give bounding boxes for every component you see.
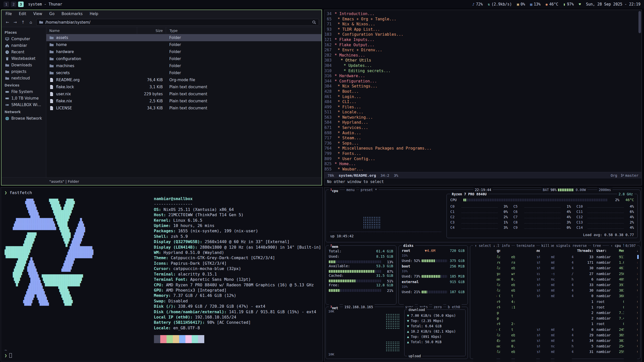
workspace-2[interactable]: 2 [11,2,16,7]
file-row[interactable]: flake.nix2,5 KiBPlain text document [46,98,321,105]
cpu-button-menu[interactable]: menu [345,187,356,192]
line-number: 310 [325,68,335,74]
proc-key-kill[interactable]: kill [540,243,551,361]
fastfetch-info-line: Terminal Font: Aporetic Sans Mono (12pt) [154,277,321,282]
fastfetch-info-line: CPU: AMD Ryzen 7 PRO 8840U w/ Radeon 780… [154,282,321,288]
proc-key-info[interactable]: info [500,243,511,361]
file-row[interactable]: flake.lock3,1 KiBPlain text document [46,83,321,90]
info-value: NixOS 25.11 (Xantusia) x86_64 [161,207,234,212]
file-row[interactable]: homeFolder [46,41,321,48]
org-heading-line: 717* Steam... [325,135,641,141]
sidebar-item-downloads[interactable]: Downloads [2,62,46,68]
home-button[interactable]: ⌂ [27,19,34,26]
column-header-size[interactable]: Size [137,27,166,34]
thunar-toolbar: ←→↑⌂ /home/nambiar/system/ [2,18,321,27]
proc-option-tree[interactable]: tree [591,243,602,248]
disk-name: boot [402,264,410,269]
status-network: ⇅(2.9kb/s) [488,2,512,7]
org-heading: * Fonts... [335,151,361,156]
file-row[interactable]: hardwareFolder [46,48,321,55]
info-value: Papirus-Dark [GTK2/3/4] [168,261,226,266]
net-button-b[interactable]: b eth0 [446,304,462,309]
org-heading-line: 282* Machines... [325,53,641,58]
folder-icon [49,71,54,75]
sidebar-item-file-system[interactable]: File System [2,88,46,95]
line-number: 671 [325,125,335,130]
cpu-frequency: 2.8 GHz [617,192,634,197]
core-row: C116% [576,209,634,214]
column-header-type[interactable]: Type [166,27,321,34]
mem-box-title[interactable]: 2mem [329,243,340,249]
logo-segment: ▜██████████████████▛ [42,275,83,281]
menu-file[interactable]: File [6,12,12,16]
sidebar-item-nextcloud[interactable]: nextcloud [2,75,46,81]
sidebar-item-browse-network[interactable]: Browse Network [2,115,46,122]
path-bar[interactable]: /home/nambiar/system/ [36,19,319,26]
update-interval[interactable]: 2000ms [597,187,613,192]
core-percent: 4% [562,215,571,219]
proc-header-user[interactable]: User: [596,249,615,254]
search-icon[interactable] [312,20,316,24]
menu-go[interactable]: Go [49,12,55,16]
file-row[interactable]: machinesFolder [46,62,321,69]
net-button-zero[interactable]: zero [432,304,444,309]
emacs-scrollbar[interactable] [638,11,641,171]
mem-meter [329,289,382,292]
file-row[interactable]: configurationFolder [46,55,321,62]
org-heading: * Home... [335,161,356,167]
sidebar-item-label: File System [11,89,33,94]
org-heading: * User Config... [335,156,375,162]
terminal-prompt-area[interactable]: ~ ❯ [5,347,12,358]
net-stat-row: ▼Total: 6.64 GiB [407,323,463,329]
up-button[interactable]: ↑ [20,19,26,26]
back-button[interactable]: ← [4,19,11,26]
process-user: nambiar [596,272,615,276]
org-heading: * Other Utils [335,58,371,63]
cpu-button-preset[interactable]: preset * [359,187,379,192]
workspace-1[interactable]: 1 [4,2,9,7]
column-header-name[interactable]: Name [46,29,137,33]
scrollbar-thumb[interactable] [638,11,641,33]
info-value: 644x362 @ 60 Hz in 33" [External] [202,239,290,244]
sidebar-item-1-0-tb-volume[interactable]: 1,0 TB Volume [2,95,46,102]
net-stat-row: ▲10.2 KiB/s (82.1 Kbps) [407,329,463,334]
mem-stat: Cached:31.5 GiB [329,274,393,279]
proc-key-signals[interactable]: signals [554,243,572,361]
download-arrow-icon: ▼ [407,319,409,323]
file-row[interactable]: secretsFolder [46,69,321,76]
menu-view[interactable]: View [33,12,42,16]
file-name: flake.lock [56,85,137,89]
org-heading-line: 484* CLI... [325,99,641,105]
sidebar-item-nambiar[interactable]: nambiar [2,42,46,49]
sidebar-item-smallbox-wi-[interactable]: SMALLBOX Wi... [2,102,46,108]
sidebar-item-projects[interactable]: projects [2,68,46,75]
file-row[interactable]: assetsFolder [46,34,321,41]
info-value: AMD Ryzen 7 PRO 8840U w/ Radeon 780M Gra… [164,283,314,287]
sidebar-item-wastebasket[interactable]: Wastebasket [2,55,46,62]
disks-box-title[interactable]: disks [402,243,415,248]
proc-key-select[interactable]: ↑ select ↓ [473,243,497,361]
sidebar-item-recent[interactable]: Recent [2,49,46,55]
download-title: download [407,307,426,312]
folder-icon [49,57,54,61]
menu-bookmarks[interactable]: Bookmarks [62,12,83,16]
sidebar-item-computer[interactable]: Computer [2,36,46,42]
org-heading-line: 461* Login... [325,94,641,100]
file-type: Plain text document [166,99,321,103]
download-activity [386,313,400,329]
forward-button[interactable]: → [12,19,19,26]
workspace-3[interactable]: 3 [18,2,24,7]
file-row[interactable]: user.nix229 bytesPlain text document [46,90,321,98]
proc-key-terminate[interactable]: terminate [515,243,536,361]
emacs-buffer[interactable]: 34* Introduction...65* Emacs + Org + Tan… [325,10,641,172]
proc-option-reverse[interactable]: reverse [571,243,588,248]
proc-header-threads[interactable]: Threads: [577,249,593,254]
menu-edit[interactable]: Edit [19,12,26,16]
file-row[interactable]: LICENSE34,3 KiBPlain text document [46,105,321,112]
file-row[interactable]: README.org76,4 KiBOrg-mode file [46,76,321,83]
cpu-box-title[interactable]: 1cpu [329,187,340,193]
fastfetch-host: nambiar@smallbox [154,196,321,201]
menu-help[interactable]: Help [90,12,98,16]
fastfetch-info-line: Icons: Papirus-Dark [GTK2/3/4] [154,261,321,266]
line-number: 809 [325,156,335,162]
